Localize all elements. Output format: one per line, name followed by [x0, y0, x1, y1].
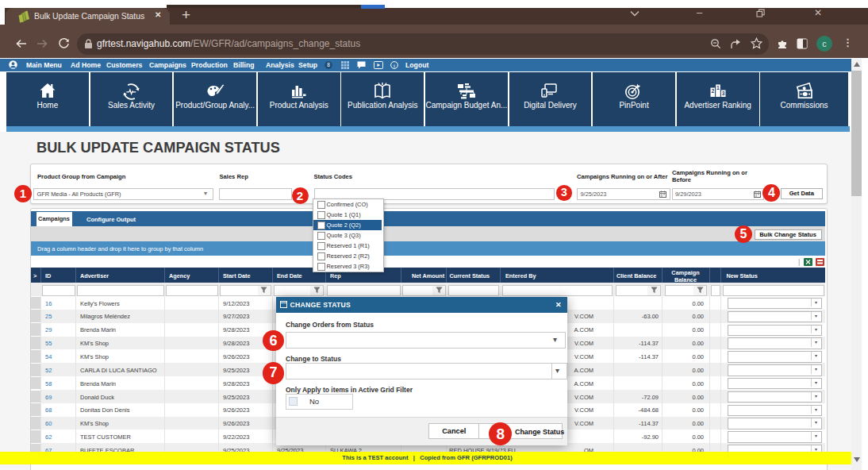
svg-text:8: 8 [327, 62, 330, 67]
svg-text:3: 3 [722, 91, 725, 96]
svg-text:2: 2 [712, 88, 715, 94]
svg-text:1: 1 [716, 85, 720, 91]
svg-text:i: i [394, 63, 395, 69]
